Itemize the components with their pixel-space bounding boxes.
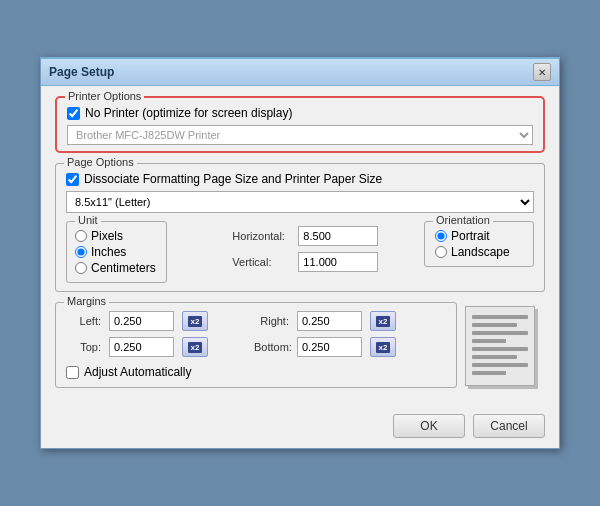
- bottom-x2-button[interactable]: x2: [370, 337, 396, 357]
- inches-radio[interactable]: [75, 246, 87, 258]
- vertical-label: Vertical:: [232, 256, 292, 268]
- orientation-title: Orientation: [433, 214, 493, 226]
- portrait-radio[interactable]: [435, 230, 447, 242]
- bottom-x2-icon: x2: [376, 342, 391, 353]
- right-x2-button[interactable]: x2: [370, 311, 396, 331]
- pixels-label: Pixels: [91, 229, 123, 243]
- bottom-buttons: OK Cancel: [41, 408, 559, 448]
- title-bar: Page Setup ✕: [41, 59, 559, 86]
- unit-group: Unit Pixels Inches Centimeters: [66, 221, 167, 283]
- top-x2-icon: x2: [188, 342, 203, 353]
- orientation-group: Orientation Portrait Landscape: [424, 221, 534, 267]
- dissociate-row: Dissociate Formatting Page Size and Prin…: [66, 172, 534, 186]
- pixels-radio[interactable]: [75, 230, 87, 242]
- no-printer-checkbox[interactable]: [67, 107, 80, 120]
- left-x2-icon: x2: [188, 316, 203, 327]
- vertical-row: Vertical:: [232, 252, 378, 272]
- preview-line-5: [472, 347, 528, 351]
- page-options-title: Page Options: [64, 156, 137, 168]
- inches-row: Inches: [75, 245, 156, 259]
- portrait-label: Portrait: [451, 229, 490, 243]
- top-margin-input[interactable]: [109, 337, 174, 357]
- printer-dropdown-row: Brother MFC-J825DW Printer: [67, 125, 533, 145]
- right-margin-label: Right:: [254, 315, 289, 327]
- preview-line-3: [472, 331, 528, 335]
- centimeters-label: Centimeters: [91, 261, 156, 275]
- dialog-body: Printer Options No Printer (optimize for…: [41, 86, 559, 408]
- page-preview: [465, 306, 535, 386]
- landscape-label: Landscape: [451, 245, 510, 259]
- adjust-label: Adjust Automatically: [84, 365, 191, 379]
- inches-label: Inches: [91, 245, 126, 259]
- right-margin-input[interactable]: [297, 311, 362, 331]
- landscape-radio[interactable]: [435, 246, 447, 258]
- vertical-input[interactable]: [298, 252, 378, 272]
- page-size-select[interactable]: 8.5x11" (Letter): [66, 191, 534, 213]
- dissociate-label: Dissociate Formatting Page Size and Prin…: [84, 172, 382, 186]
- printer-select[interactable]: Brother MFC-J825DW Printer: [67, 125, 533, 145]
- dialog-title: Page Setup: [49, 65, 114, 79]
- preview-line-1: [472, 315, 528, 319]
- ok-button[interactable]: OK: [393, 414, 465, 438]
- landscape-row: Landscape: [435, 245, 519, 259]
- left-margin-input[interactable]: [109, 311, 174, 331]
- preview-line-4: [472, 339, 506, 343]
- preview-line-6: [472, 355, 517, 359]
- close-button[interactable]: ✕: [533, 63, 551, 81]
- adjust-checkbox[interactable]: [66, 366, 79, 379]
- preview-line-7: [472, 363, 528, 367]
- dimensions-group: Horizontal: Vertical:: [232, 226, 378, 272]
- top-margin-label: Top:: [66, 341, 101, 353]
- no-printer-row: No Printer (optimize for screen display): [67, 106, 533, 120]
- horizontal-row: Horizontal:: [232, 226, 378, 246]
- right-x2-icon: x2: [376, 316, 391, 327]
- margins-group: Margins Left: x2 Right: x2 Top:: [55, 302, 457, 388]
- pixels-row: Pixels: [75, 229, 156, 243]
- margins-title: Margins: [64, 295, 109, 307]
- cancel-button[interactable]: Cancel: [473, 414, 545, 438]
- page-options-group: Page Options Dissociate Formatting Page …: [55, 163, 545, 292]
- centimeters-radio[interactable]: [75, 262, 87, 274]
- unit-title: Unit: [75, 214, 101, 226]
- top-x2-button[interactable]: x2: [182, 337, 208, 357]
- centimeters-row: Centimeters: [75, 261, 156, 275]
- left-right-margin-row: Left: x2 Right: x2: [66, 311, 446, 331]
- margins-section: Margins Left: x2 Right: x2 Top:: [55, 302, 545, 388]
- left-x2-button[interactable]: x2: [182, 311, 208, 331]
- unit-orientation-row: Unit Pixels Inches Centimeters: [66, 221, 534, 283]
- horizontal-input[interactable]: [298, 226, 378, 246]
- adjust-row: Adjust Automatically: [66, 365, 446, 379]
- top-bottom-margin-row: Top: x2 Bottom: x2: [66, 337, 446, 357]
- horizontal-label: Horizontal:: [232, 230, 292, 242]
- preview-line-2: [472, 323, 517, 327]
- left-margin-label: Left:: [66, 315, 101, 327]
- preview-line-8: [472, 371, 506, 375]
- page-setup-dialog: Page Setup ✕ Printer Options No Printer …: [40, 57, 560, 449]
- dissociate-checkbox[interactable]: [66, 173, 79, 186]
- no-printer-label: No Printer (optimize for screen display): [85, 106, 292, 120]
- printer-options-group: Printer Options No Printer (optimize for…: [55, 96, 545, 153]
- preview-lines: [466, 307, 534, 383]
- portrait-row: Portrait: [435, 229, 519, 243]
- printer-options-title: Printer Options: [65, 90, 144, 102]
- bottom-margin-input[interactable]: [297, 337, 362, 357]
- bottom-margin-label: Bottom:: [254, 341, 289, 353]
